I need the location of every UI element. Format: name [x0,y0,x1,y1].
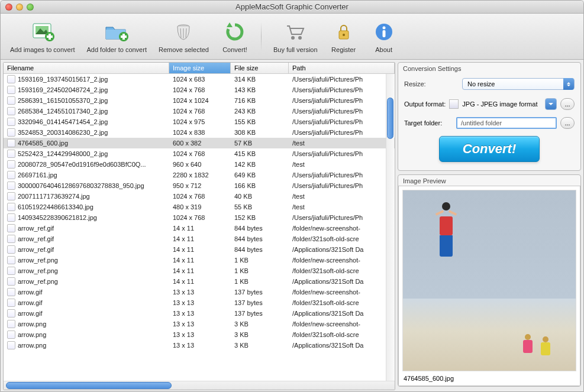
target-folder-label: Target folder: [404,119,453,127]
table-row[interactable]: arrow.gif13 x 13137 bytes/Applications/3… [4,308,395,319]
file-icon [7,182,15,190]
file-icon [7,192,15,200]
remove-selected-button[interactable]: Remove selected [155,18,212,56]
output-format-dropdown[interactable] [545,98,557,110]
svg-point-16 [298,36,302,40]
file-table: Filename Image size File size Path 15931… [3,62,395,390]
target-folder-input[interactable] [456,117,557,129]
trash-icon [170,20,196,44]
table-row[interactable]: 3320946_014145471454_2.jpg1024 x 975155 … [4,116,395,127]
file-icon [7,341,15,349]
preview-title: Image Preview [398,175,580,186]
add-images-button[interactable]: Add images to convert [7,18,78,56]
table-header: Filename Image size File size Path [4,63,395,74]
table-row[interactable]: arrow_ref.gif14 x 11844 bytes/folder/321… [4,234,395,244]
convert-button[interactable]: Convert! [439,136,540,162]
cart-icon [282,20,308,44]
table-row[interactable]: 4764585_600.jpg600 x 38257 KB/test [4,138,395,148]
file-icon [7,107,15,115]
table-row[interactable]: 1593169_193745015617_2.jpg1024 x 683314 … [4,74,395,85]
settings-title: Conversion Settings [398,63,580,73]
output-format-value: JPG - JPEG image format [462,101,541,108]
table-row[interactable]: 3524853_200314086230_2.jpg1024 x 838308 … [4,127,395,138]
svg-point-20 [382,26,385,29]
browse-folder-button[interactable]: ... [560,117,575,129]
table-row[interactable]: 1409345228390621812.jpg1024 x 768152 KB/… [4,212,395,223]
file-icon [7,235,15,243]
titlebar: AppleMacSoft Graphic Converter [1,1,583,14]
file-icon [7,277,15,286]
resize-label: Resize: [404,80,457,88]
file-icon [7,160,15,169]
conversion-settings-panel: Conversion Settings Resize: No resize Ou… [398,62,581,171]
file-icon [7,171,15,179]
table-row[interactable]: 1593169_224502048724_2.jpg1024 x 768143 … [4,85,395,95]
header-filename[interactable]: Filename [4,63,169,73]
table-row[interactable]: arrow_ref.gif14 x 11844 bytes/folder/new… [4,223,395,234]
table-row[interactable]: arrow_ref.png14 x 111 KB/folder/321soft-… [4,265,395,276]
file-icon [7,75,15,83]
file-icon [7,128,15,137]
convert-icon [222,20,248,44]
svg-rect-6 [49,34,51,40]
header-file-size[interactable]: File size [231,63,289,73]
table-row[interactable]: 20071117173639274.jpg1024 x 76840 KB/tes… [4,191,395,202]
file-icon [7,288,15,296]
about-button[interactable]: About [366,18,402,56]
file-icon [7,320,15,328]
filetype-icon [449,99,459,109]
add-folder-button[interactable]: Add folder to convert [83,18,150,56]
output-format-options-button[interactable]: ... [560,98,575,110]
toolbar-separator [261,22,262,51]
svg-rect-9 [121,35,127,38]
svg-rect-21 [382,30,385,37]
convert-toolbar-button[interactable]: Convert! [217,18,253,56]
table-row[interactable]: 5252423_124429948000_2.jpg1024 x 768415 … [4,148,395,159]
preview-filename: 4764585_600.jpg [402,371,576,382]
buy-button[interactable]: Buy full version [270,18,321,56]
table-row[interactable]: 3000007640461286976803278838_950.jpg950 … [4,180,395,191]
vertical-scrollbar[interactable] [386,74,394,381]
register-button[interactable]: Register [326,18,362,56]
add-folder-icon [104,20,130,44]
preview-container: 4764585_600.jpg [398,186,580,386]
file-icon [7,331,15,339]
table-row[interactable]: 26697161.jpg2280 x 1832649 KB/Users/jiaf… [4,170,395,180]
add-images-icon [30,20,56,44]
file-icon [7,213,15,222]
header-image-size[interactable]: Image size [169,63,231,73]
table-row[interactable]: arrow_ref.png14 x 111 KB/Applications/32… [4,276,395,287]
resize-select[interactable]: No resize [462,78,575,90]
file-icon [7,118,15,126]
table-row[interactable]: arrow_ref.png14 x 111 KB/folder/new-scre… [4,255,395,265]
preview-image [402,190,576,371]
table-row[interactable]: arrow.png13 x 133 KB/Applications/321Sof… [4,340,395,351]
table-row[interactable]: arrow_ref.gif14 x 11844 bytes/Applicatio… [4,244,395,255]
table-row[interactable]: 610519224486613340.jpg480 x 31955 KB/tes… [4,202,395,212]
info-icon [371,20,397,44]
file-icon [7,299,15,307]
table-row[interactable]: arrow.png13 x 133 KB/folder/new-screensh… [4,319,395,329]
file-icon [7,150,15,158]
image-preview-panel: Image Preview 4764585_600.jpg [398,174,581,387]
output-format-label: Output format: [404,101,446,108]
scroll-thumb[interactable] [6,382,172,389]
table-row[interactable]: 2586391_161501055370_2.jpg1024 x 1024716… [4,95,395,106]
file-icon [7,256,15,264]
scroll-thumb[interactable] [387,98,393,139]
table-row[interactable]: 2685384_124551017340_2.jpg1024 x 768243 … [4,106,395,116]
window-title: AppleMacSoft Graphic Converter [1,2,583,11]
file-icon [7,86,15,94]
table-row[interactable]: 20080728_90547e0d1916f9e0d603BfC0Q...960… [4,159,395,170]
header-path[interactable]: Path [289,63,395,73]
svg-point-15 [291,36,295,40]
table-body: 1593169_193745015617_2.jpg1024 x 683314 … [4,74,395,381]
svg-marker-14 [227,22,233,27]
table-row[interactable]: arrow.gif13 x 13137 bytes/folder/new-scr… [4,287,395,297]
file-icon [7,96,15,105]
horizontal-scrollbar[interactable] [4,381,395,390]
table-row[interactable]: arrow.png13 x 133 KB/folder/321soft-old-… [4,329,395,340]
table-row[interactable]: arrow.gif13 x 13137 bytes/folder/321soft… [4,297,395,308]
file-icon [7,267,15,275]
file-icon [7,245,15,254]
